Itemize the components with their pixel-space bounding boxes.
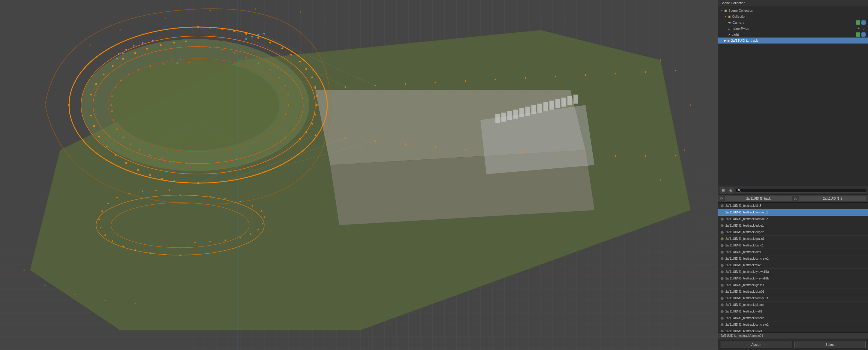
svg-point-92 — [120, 79, 122, 81]
material-slot-item[interactable]: 2af11UID-f1_testtrack/glass1 — [718, 282, 868, 288]
material-slot-item[interactable]: 2af11UID-f1_testtrack/edge1 — [718, 222, 868, 229]
svg-point-166 — [24, 269, 25, 271]
material-slot-item[interactable]: 2af11UID-f1_testtrack/fences — [718, 315, 868, 321]
slot-label: 2af11UID-f1_testtrack/pitdoor — [725, 303, 866, 307]
svg-point-108 — [585, 74, 586, 76]
material-slot-item[interactable]: 2af11UID-f1_testtrack/dirt3 — [718, 202, 868, 209]
svg-point-60 — [122, 58, 124, 60]
slot-label: 2af11UID-f1_testtrack/grass1 — [725, 237, 866, 241]
viewport-3d[interactable] — [0, 0, 718, 350]
svg-point-45 — [173, 181, 175, 182]
material-search-input[interactable] — [741, 189, 865, 192]
material-slot-item[interactable]: 2af11UID-f1_testtrack/concrete2 — [718, 321, 868, 328]
svg-point-62 — [146, 48, 148, 50]
slot-color-dot — [720, 284, 723, 287]
select-button[interactable]: Select — [795, 341, 866, 348]
slot-color-dot — [720, 304, 723, 307]
material-slot-item[interactable]: 2af11UID-f1_testtrack/concrete1 — [718, 255, 868, 262]
svg-point-162 — [128, 193, 130, 194]
slot-label: 2af11UID-f1_testtrack/edge2 — [725, 230, 866, 234]
svg-point-140 — [252, 205, 253, 207]
material-slot-item[interactable]: 2af11UID-f1_testtrack/roof1 — [718, 328, 868, 332]
svg-point-159 — [101, 211, 103, 212]
assign-button[interactable]: Assign — [720, 341, 792, 348]
material-slot-item[interactable]: 2af11UID-f1_testtrack/dirt1 — [718, 249, 868, 255]
material-slot-item[interactable]: 2af11UID-f1_testtrack/tarmac03 — [718, 295, 868, 302]
svg-point-68 — [222, 49, 223, 51]
tree-item-scene-collection[interactable]: ▼ ▣ Scene Collection — [718, 7, 868, 13]
material-slot-item[interactable]: 2af11UID-f1_testtrack/wire1 — [718, 262, 868, 269]
svg-point-116 — [435, 147, 436, 148]
svg-point-79 — [186, 162, 187, 164]
slot-color-dot — [720, 277, 723, 280]
svg-point-185 — [152, 40, 154, 41]
svg-point-148 — [210, 241, 211, 243]
material-search-box[interactable]: 🔍 — [736, 188, 866, 193]
svg-point-171 — [90, 44, 91, 45]
svg-point-179 — [684, 150, 685, 151]
svg-point-119 — [525, 153, 526, 154]
svg-rect-6 — [495, 114, 500, 123]
svg-point-137 — [210, 196, 211, 197]
material-slot-item[interactable]: 2af11UID-f1_testtrack/tyrewall1a — [718, 269, 868, 275]
material-slot-item[interactable]: 2af11UID-f1_testtrack/wall1 — [718, 308, 868, 315]
material-slot-item[interactable]: 2af11UID-f1_testtrack/tarmac01 — [718, 209, 868, 216]
slot-label: 2af11UID-f1_testtrack/tyrewall1b — [725, 277, 866, 280]
svg-point-85 — [123, 136, 124, 138]
material-slot-item[interactable]: 2af11UID-f1_testtrack/pitdoor — [718, 302, 868, 308]
svg-point-88 — [112, 110, 113, 112]
object-a-selector[interactable]: 2af11UID-f1_track — [725, 196, 792, 201]
viewport-shading-btn[interactable]: ⊡ — [720, 187, 726, 194]
material-panel-header: ⊡ ◉ 🔍 — [718, 186, 868, 195]
material-properties-btn[interactable]: ◉ — [727, 187, 734, 194]
tree-item-light[interactable]: ☀ Light — [718, 32, 868, 37]
material-slot-item[interactable]: 2af11UID-f1_testtrack/sign01 — [718, 288, 868, 295]
svg-point-180 — [660, 180, 661, 181]
svg-point-91 — [115, 87, 117, 89]
svg-point-63 — [160, 44, 161, 46]
svg-point-94 — [137, 69, 139, 71]
object-b-selector[interactable]: 2af11UID-f1_t — [799, 196, 867, 201]
right-panel: Scene Collection ▼ ▣ Scene Collection ▼ … — [718, 0, 868, 350]
svg-point-36 — [314, 86, 316, 88]
svg-point-74 — [285, 85, 286, 87]
slot-color-dot — [720, 297, 723, 300]
slot-color-dot — [720, 323, 723, 326]
material-slot-item[interactable]: 2af11UID-f1_testtrack/grass1 — [718, 235, 868, 242]
light-icon: ☀ — [728, 33, 731, 36]
tree-item-camera[interactable]: 📷 Camera — [718, 20, 868, 26]
slot-label: 2af11UID-f1_testtrack/concrete1 — [725, 257, 866, 260]
scene-tree[interactable]: ▼ ▣ Scene Collection ▼ ▣ Collection 📷 Ca… — [718, 6, 868, 186]
material-slot-item[interactable]: 2af11UID-f1_testtrack/tyrewall1b — [718, 275, 868, 282]
svg-point-145 — [250, 233, 252, 235]
camera-eye-badge — [856, 21, 860, 25]
material-slots-list[interactable]: 2af11UID-f1_testtrack/dirt32af11UID-f1_t… — [718, 202, 868, 332]
slot-label: 2af11UID-f1_testtrack/wall1 — [725, 310, 866, 313]
light-eye-badge — [856, 32, 860, 37]
slot-color-dot — [720, 251, 723, 254]
slot-color-dot — [720, 204, 723, 208]
svg-point-117 — [465, 149, 466, 150]
tree-item-track[interactable]: ▶ ▣ 2af11UID-f1_track — [718, 37, 868, 43]
svg-point-184 — [142, 42, 144, 44]
svg-point-69 — [234, 52, 235, 54]
svg-point-42 — [299, 138, 301, 139]
svg-point-50 — [115, 154, 117, 156]
svg-point-59 — [112, 65, 114, 67]
material-slot-item[interactable]: 2af11UID-f1_testtrack/band1 — [718, 242, 868, 249]
svg-point-186 — [116, 58, 118, 59]
material-slot-item[interactable]: 2af11UID-f1_testtrack/tarmac02 — [718, 216, 868, 222]
slot-label: 2af11UID-f1_testtrack/glass1 — [725, 283, 866, 287]
svg-point-56 — [90, 94, 92, 95]
light-label: Light — [732, 33, 739, 36]
material-slot-item[interactable]: 2af11UID-f1_testtrack/edge2 — [718, 229, 868, 235]
tree-item-collection[interactable]: ▼ ▣ Collection — [718, 13, 868, 20]
svg-point-110 — [645, 71, 646, 73]
svg-point-111 — [675, 70, 677, 71]
svg-point-121 — [585, 155, 586, 156]
svg-point-47 — [149, 174, 151, 176]
tree-item-helperpylon[interactable]: ⬡ helperPylon 👁 ▽ — [718, 26, 868, 32]
svg-point-160 — [107, 203, 109, 204]
svg-point-40 — [311, 123, 313, 125]
svg-rect-18 — [567, 96, 572, 105]
